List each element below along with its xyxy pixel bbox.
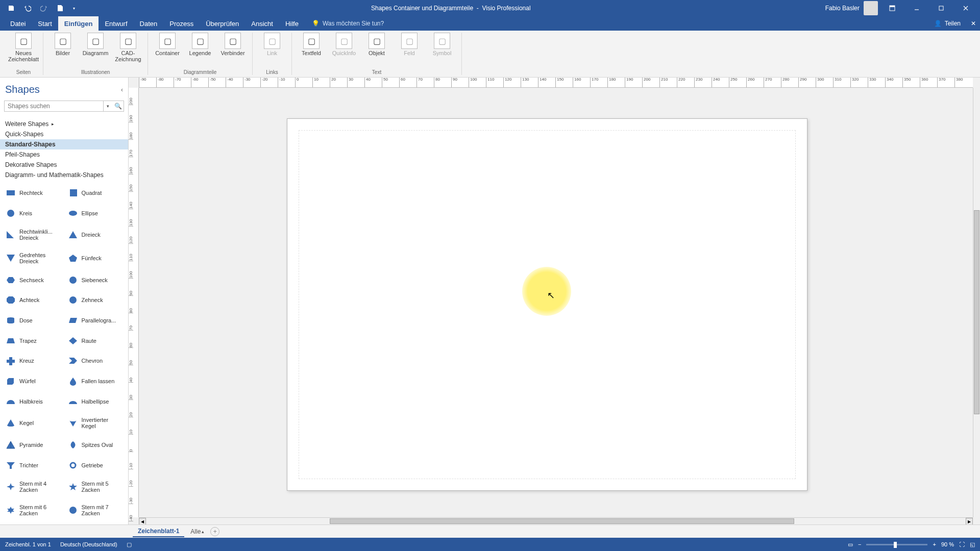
vscroll-thumb[interactable] <box>974 210 979 414</box>
shape-category[interactable]: Quick-Shapes <box>0 129 128 139</box>
shape-stencil-para[interactable]: Parallelogra... <box>65 313 126 328</box>
search-dropdown-icon[interactable]: ▾ <box>103 101 112 111</box>
maximize-icon[interactable] <box>931 2 951 14</box>
shape-category[interactable]: Weitere Shapes▸ <box>0 119 128 129</box>
tab-hilfe[interactable]: Hilfe <box>279 16 305 31</box>
textfeld-button[interactable]: ▢Textfeld <box>297 33 326 56</box>
shape-stencil-circle[interactable]: Kreis <box>3 206 63 221</box>
shape-stencil-chev[interactable]: Chevron <box>65 354 126 369</box>
shape-stencil-funnel[interactable]: Trichter <box>3 458 63 473</box>
tab-entwurf[interactable]: Entwurf <box>99 16 133 31</box>
presentation-mode-icon[interactable]: ▭ <box>848 541 853 548</box>
tab-einfügen[interactable]: Einfügen <box>58 16 99 31</box>
tab-datei[interactable]: Datei <box>4 16 32 31</box>
feld-button: ▢Feld <box>395 33 424 56</box>
fullscreen-icon[interactable]: ◱ <box>970 541 975 548</box>
tell-me-search[interactable]: 💡 Was möchten Sie tun? <box>312 20 384 27</box>
shape-stencil-dec[interactable]: Zehneck <box>65 292 126 308</box>
vertical-scrollbar[interactable] <box>973 88 980 517</box>
svg-point-6 <box>7 210 14 217</box>
shape-stencil-icone[interactable]: Invertierter Kegel <box>65 414 126 433</box>
star5-icon <box>67 482 79 491</box>
shape-stencil-square[interactable]: Quadrat <box>65 185 126 201</box>
close-pane-icon[interactable]: ✕ <box>971 20 976 27</box>
language-status[interactable]: Deutsch (Deutschland) <box>60 541 117 547</box>
shape-stencil-pyr[interactable]: Pyramide <box>3 437 63 453</box>
drawing-page[interactable]: ↖ <box>287 118 807 491</box>
bilder-button[interactable]: ▢Bilder <box>48 33 77 56</box>
close-icon[interactable] <box>955 2 976 14</box>
verbinder-button[interactable]: ▢Verbinder <box>218 33 247 56</box>
quickinfo-icon: ▢ <box>336 33 352 49</box>
sheet-tab-all[interactable]: Alle ▴ <box>190 528 204 535</box>
shape-stencil-rotri[interactable]: Gedrehtes Dreieck <box>3 249 63 267</box>
shape-stencil-rtri[interactable]: Rechtwinkli... Dreieck <box>3 226 63 244</box>
shape-stencil-soval[interactable]: Spitzes Oval <box>65 437 126 453</box>
shape-stencil-halfe[interactable]: Halbellipse <box>65 394 126 409</box>
hscroll-right-icon[interactable]: ▶ <box>966 518 973 524</box>
cad-zeichnung-button[interactable]: ▢CAD- Zeichnung <box>114 33 142 62</box>
shape-stencil-star4[interactable]: Stern mit 4 Zacken <box>3 478 63 496</box>
collapse-pane-icon[interactable]: ‹ <box>121 86 123 93</box>
shape-stencil-star5[interactable]: Stern mit 5 Zacken <box>65 478 126 496</box>
shape-stencil-rect[interactable]: Rechteck <box>3 185 63 201</box>
zoom-level[interactable]: 90 % <box>941 541 954 547</box>
shape-stencil-oct[interactable]: Achteck <box>3 292 63 308</box>
qat-customize-icon[interactable]: ▾ <box>71 3 77 13</box>
shape-stencil-trap[interactable]: Trapez <box>3 333 63 348</box>
tab-ansicht[interactable]: Ansicht <box>245 16 279 31</box>
shape-stencil-gear[interactable]: Getriebe <box>65 458 126 473</box>
ribbon-display-options-icon[interactable] <box>882 2 902 14</box>
shape-stencil-hept[interactable]: Siebeneck <box>65 272 126 288</box>
legende-icon: ▢ <box>192 33 208 49</box>
shapes-search-input[interactable] <box>5 101 103 111</box>
tab-daten[interactable]: Daten <box>134 16 164 31</box>
shape-stencil-hex[interactable]: Sechseck <box>3 272 63 288</box>
avatar[interactable] <box>864 1 878 15</box>
user-name[interactable]: Fabio Basler <box>825 5 860 12</box>
save-icon[interactable] <box>6 3 16 13</box>
shape-category[interactable]: Dekorative Shapes <box>0 160 128 170</box>
hscroll-thumb[interactable] <box>330 518 794 524</box>
shape-stencil-halfc[interactable]: Halbkreis <box>3 394 63 409</box>
macro-record-icon[interactable]: ▢ <box>127 541 132 548</box>
ribbon-label: Legende <box>189 50 211 56</box>
container-button[interactable]: ▢Container <box>153 33 182 56</box>
fit-page-icon[interactable]: ⛶ <box>959 541 965 547</box>
canvas-area[interactable]: -90-80-70-60-50-40-30-20-100102030405060… <box>129 78 980 524</box>
shape-category[interactable]: Standard-Shapes <box>0 139 128 149</box>
neues-zeichenblatt-button[interactable]: ▢Neues Zeichenblatt <box>9 33 38 62</box>
shape-stencil-diam[interactable]: Raute <box>65 333 126 348</box>
zoom-slider[interactable] <box>866 544 927 545</box>
undo-icon[interactable] <box>22 3 33 13</box>
shape-stencil-star6[interactable]: Stern mit 6 Zacken <box>3 501 63 519</box>
share-button[interactable]: Teilen <box>945 20 961 27</box>
tab-start[interactable]: Start <box>32 16 58 31</box>
shape-stencil-can[interactable]: Dose <box>3 313 63 328</box>
sheet-tab-1[interactable]: Zeichenblatt-1 <box>133 526 184 537</box>
tab-überprüfen[interactable]: Überprüfen <box>200 16 245 31</box>
objekt-button[interactable]: ▢Objekt <box>362 33 391 56</box>
zoom-in-icon[interactable]: + <box>933 541 936 547</box>
shape-stencil-tri[interactable]: Dreieck <box>65 226 126 244</box>
shape-stencil-cone[interactable]: Kegel <box>3 414 63 433</box>
add-sheet-button[interactable]: + <box>210 527 219 536</box>
shape-stencil-ellipse[interactable]: Ellipse <box>65 206 126 221</box>
tab-prozess[interactable]: Prozess <box>163 16 200 31</box>
shape-stencil-star7[interactable]: Stern mit 7 Zacken <box>65 501 126 519</box>
shape-stencil-cube[interactable]: Würfel <box>3 373 63 389</box>
hscroll-left-icon[interactable]: ◀ <box>139 518 146 524</box>
diagramm-button[interactable]: ▢Diagramm <box>81 33 110 56</box>
legende-button[interactable]: ▢Legende <box>186 33 214 56</box>
search-go-icon[interactable]: 🔍 <box>112 101 124 111</box>
new-doc-icon[interactable] <box>55 3 65 13</box>
minimize-icon[interactable] <box>906 2 927 14</box>
shape-stencil-pent[interactable]: Fünfeck <box>65 249 126 267</box>
redo-icon[interactable] <box>39 3 49 13</box>
horizontal-scrollbar[interactable]: ◀ ▶ <box>139 517 973 524</box>
zoom-out-icon[interactable]: − <box>858 541 861 547</box>
shape-category[interactable]: Pfeil-Shapes <box>0 149 128 160</box>
shape-stencil-drop[interactable]: Fallen lassen <box>65 373 126 389</box>
shape-stencil-cross[interactable]: Kreuz <box>3 354 63 369</box>
shape-category[interactable]: Diagramm- und Mathematik-Shapes <box>0 170 128 180</box>
